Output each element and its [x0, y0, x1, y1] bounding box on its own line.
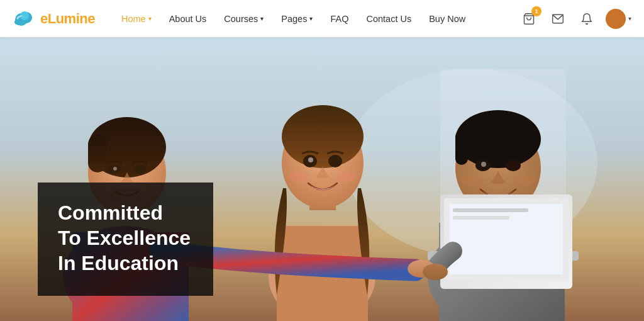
chevron-down-icon: ▾ [148, 15, 152, 22]
logo-text: eLumine [40, 11, 95, 27]
nav-icons: 1 ▾ [519, 9, 631, 29]
notifications-button[interactable] [577, 9, 597, 29]
avatar [606, 9, 626, 29]
bell-icon [580, 13, 593, 25]
cart-button[interactable]: 1 [519, 9, 539, 29]
nav-item-home[interactable]: Home ▾ [114, 0, 159, 37]
chevron-down-icon: ▾ [628, 15, 631, 22]
nav-item-pages[interactable]: Pages ▾ [274, 0, 320, 37]
nav-item-buynow[interactable]: Buy Now [421, 0, 473, 37]
hero-title: Committed To Excellence In Education [58, 200, 191, 276]
chevron-down-icon: ▾ [309, 15, 313, 22]
nav-links: Home ▾ About Us Courses ▾ Pages ▾ FAQ Co… [114, 0, 519, 37]
svg-point-3 [14, 19, 23, 25]
mail-button[interactable] [548, 9, 568, 29]
logo[interactable]: eLumine [13, 7, 95, 31]
logo-icon [13, 7, 36, 31]
mail-icon [552, 13, 564, 25]
nav-item-about[interactable]: About Us [162, 0, 214, 37]
nav-item-faq[interactable]: FAQ [323, 0, 356, 37]
nav-item-courses[interactable]: Courses ▾ [216, 0, 271, 37]
hero-section: Committed To Excellence In Education [0, 37, 644, 321]
chevron-down-icon: ▾ [260, 15, 264, 22]
navbar: eLumine Home ▾ About Us Courses ▾ Pages … [0, 0, 644, 37]
cart-badge: 1 [531, 6, 541, 16]
user-avatar-button[interactable]: ▾ [606, 9, 631, 29]
hero-text-overlay: Committed To Excellence In Education [38, 183, 213, 296]
nav-item-contact[interactable]: Contact Us [358, 0, 419, 37]
